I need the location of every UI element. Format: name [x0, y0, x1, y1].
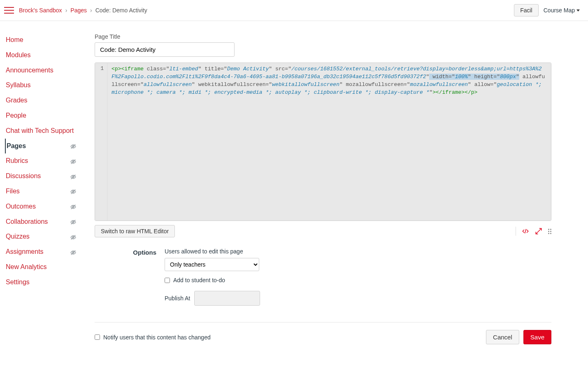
edit-permissions-select[interactable]: Only teachers	[165, 258, 259, 271]
chevron-right-icon: ›	[65, 7, 67, 14]
topbar: Brock's Sandbox › Pages › Code: Demo Act…	[0, 0, 588, 21]
sidenav-link[interactable]: People	[6, 111, 26, 120]
hidden-icon	[70, 158, 77, 165]
publish-at-label: Publish At	[165, 295, 190, 302]
sidenav-link[interactable]: Announcements	[6, 66, 53, 75]
notify-label: Notify users that this content has chang…	[103, 334, 211, 341]
course-map-label: Course Map	[544, 7, 575, 14]
separator	[516, 227, 516, 236]
sidenav-item-chat-with-tech-support[interactable]: Chat with Tech Support	[6, 123, 82, 139]
fullscreen-icon[interactable]	[535, 227, 542, 235]
sidenav-link[interactable]: Outcomes	[6, 202, 36, 211]
sidenav-item-assignments[interactable]: Assignments	[6, 244, 82, 260]
hidden-icon	[70, 219, 77, 225]
sidenav-item-new-analytics[interactable]: New Analytics	[6, 260, 82, 275]
sidenav-item-modules[interactable]: Modules	[6, 48, 82, 63]
breadcrumb-pages[interactable]: Pages	[70, 7, 87, 14]
sidenav-item-quizzes[interactable]: Quizzes	[6, 229, 82, 244]
sidenav-item-grades[interactable]: Grades	[6, 93, 82, 108]
breadcrumb: Brock's Sandbox › Pages › Code: Demo Act…	[19, 7, 147, 14]
page-title-label: Page Title	[95, 33, 551, 40]
sidenav-link[interactable]: Quizzes	[6, 232, 30, 241]
save-button[interactable]: Save	[523, 330, 551, 344]
notify-checkbox[interactable]	[95, 334, 100, 340]
editor-gutter: 1	[95, 63, 107, 220]
main-content: Page Title 1 <p><iframe class="lti-embed…	[82, 21, 568, 353]
options-label: Options	[95, 248, 156, 306]
sidenav-link[interactable]: Modules	[6, 51, 30, 60]
hidden-icon	[70, 204, 77, 210]
sidenav-item-outcomes[interactable]: Outcomes	[6, 199, 82, 214]
sidenav-link[interactable]: Collaborations	[6, 218, 48, 226]
switch-editor-button[interactable]: Switch to raw HTML Editor	[95, 225, 175, 237]
sidenav: HomeModulesAnnouncementsSyllabusGradesPe…	[0, 21, 82, 353]
sidenav-link[interactable]: Grades	[6, 96, 27, 105]
hidden-icon	[70, 174, 77, 180]
sidenav-link[interactable]: Syllabus	[6, 81, 30, 90]
html-editor[interactable]: 1 <p><iframe class="lti-embed" title="De…	[95, 63, 551, 221]
course-map-dropdown[interactable]: Course Map	[544, 7, 580, 14]
sidenav-link[interactable]: Settings	[6, 278, 30, 287]
sidenav-item-people[interactable]: People	[6, 108, 82, 123]
cancel-button[interactable]: Cancel	[486, 330, 519, 344]
sidenav-link[interactable]: New Analytics	[6, 263, 47, 272]
sidenav-link[interactable]: Discussions	[6, 172, 41, 181]
sidenav-link[interactable]: Rubrics	[6, 157, 28, 165]
hamburger-icon[interactable]	[4, 7, 14, 14]
todo-label: Add to student to-do	[173, 277, 225, 283]
drag-handle-icon[interactable]	[548, 229, 551, 234]
sidenav-item-rubrics[interactable]: Rubrics	[6, 153, 82, 169]
sidenav-item-collaborations[interactable]: Collaborations	[6, 214, 82, 230]
line-number: 1	[95, 65, 104, 72]
sidenav-item-announcements[interactable]: Announcements	[6, 63, 82, 78]
topbar-right: Facil Course Map	[514, 4, 580, 16]
code-view-icon[interactable]	[522, 227, 529, 235]
sidenav-link[interactable]: Home	[6, 36, 23, 44]
options-section: Options Users allowed to edit this page …	[95, 248, 551, 306]
todo-checkbox[interactable]	[165, 278, 170, 283]
editor-footer: Switch to raw HTML Editor	[95, 225, 551, 237]
hidden-icon	[70, 143, 77, 150]
options-hint: Users allowed to edit this page	[165, 248, 551, 255]
chevron-right-icon: ›	[90, 7, 92, 14]
page-title-input[interactable]	[95, 42, 235, 57]
breadcrumb-sandbox[interactable]: Brock's Sandbox	[19, 7, 62, 14]
hidden-icon	[70, 234, 77, 241]
caret-down-icon	[576, 9, 580, 12]
sidenav-link[interactable]: Assignments	[6, 248, 44, 256]
sidenav-link[interactable]: Chat with Tech Support	[6, 127, 74, 135]
sidenav-link[interactable]: Pages	[7, 142, 26, 151]
page-footer: Notify users that this content has chang…	[95, 322, 551, 344]
editor-tools	[516, 227, 551, 236]
sidenav-item-files[interactable]: Files	[6, 184, 82, 199]
sidenav-item-home[interactable]: Home	[6, 32, 82, 48]
publish-at-input[interactable]	[194, 291, 260, 306]
sidenav-item-syllabus[interactable]: Syllabus	[6, 78, 82, 93]
hidden-icon	[70, 188, 77, 195]
topbar-left: Brock's Sandbox › Pages › Code: Demo Act…	[4, 7, 147, 14]
sidenav-item-pages[interactable]: Pages	[5, 139, 82, 154]
facil-button[interactable]: Facil	[514, 4, 539, 16]
sidenav-item-discussions[interactable]: Discussions	[6, 169, 82, 184]
editor-code-area[interactable]: <p><iframe class="lti-embed" title="Demo…	[107, 63, 551, 220]
sidenav-item-settings[interactable]: Settings	[6, 275, 82, 290]
hidden-icon	[70, 249, 77, 256]
breadcrumb-current: Code: Demo Activity	[95, 7, 147, 14]
sidenav-link[interactable]: Files	[6, 187, 20, 196]
